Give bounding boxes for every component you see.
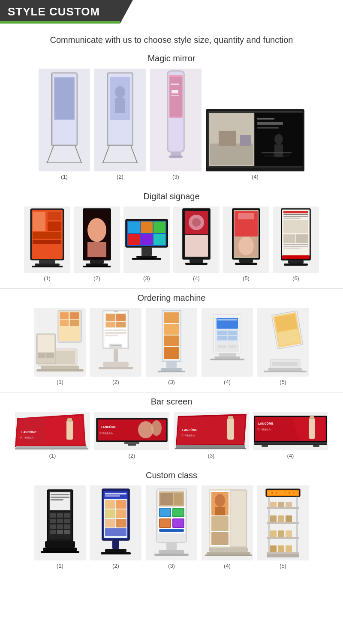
digital-signage-grid: (1) (2) [6,207,337,282]
svg-rect-51 [32,266,63,267]
svg-rect-211 [262,445,268,447]
svg-rect-22 [171,84,179,85]
product-image-mm1 [39,69,90,171]
svg-rect-35 [257,122,283,125]
section-digital-signage: Digital signage [0,187,343,289]
svg-rect-281 [211,532,229,545]
svg-rect-133 [114,349,118,362]
svg-rect-190 [124,442,139,444]
svg-rect-134 [103,362,129,367]
section-ordering-machine: Ordering machine [0,289,343,392]
product-image-cc2 [90,485,141,560]
product-image-cc5 [257,485,309,560]
svg-rect-23 [172,90,178,93]
product-image-ds1 [24,207,70,273]
svg-rect-69 [141,247,152,256]
svg-rect-135 [99,367,133,369]
svg-rect-231 [57,530,63,534]
svg-rect-284 [205,554,252,556]
svg-rect-93 [283,211,308,213]
svg-rect-258 [160,493,173,505]
svg-rect-129 [116,322,126,327]
product-image-om3 [146,308,197,377]
svg-rect-218 [51,497,69,498]
svg-point-55 [87,218,106,242]
svg-rect-38 [274,144,283,157]
ordering-machine-grid: (1) [6,308,337,385]
svg-text:LANCÔME: LANCÔME [21,430,37,434]
svg-rect-111 [60,320,69,326]
svg-rect-131 [105,332,126,334]
list-item: (3) [123,207,170,282]
product-label-cc3: (3) [168,563,175,569]
svg-rect-47 [33,232,61,239]
svg-rect-172 [264,371,307,372]
svg-rect-309 [286,530,292,537]
svg-rect-270 [159,550,184,554]
header-green-bar [0,21,120,24]
svg-rect-246 [116,509,126,518]
svg-rect-296 [296,497,298,557]
svg-point-293 [289,492,290,494]
svg-rect-219 [51,499,63,500]
product-label-mm4: (4) [252,174,259,180]
svg-point-278 [215,494,225,507]
product-image-bar4: LANCÔME 双11特惠会员 [253,412,328,450]
product-label-bar2: (2) [129,452,135,459]
svg-rect-299 [267,537,299,539]
svg-rect-112 [70,320,79,326]
product-label-ds5: (5) [243,275,250,282]
magic-mirror-grid: (1) (2) [6,69,337,180]
svg-rect-66 [128,234,140,245]
svg-rect-282 [209,548,248,552]
svg-rect-26 [169,156,183,158]
svg-rect-274 [230,491,246,546]
section-title-magic-mirror: Magic mirror [6,54,337,63]
list-item: (1) [24,207,70,282]
svg-text:双11特惠会员: 双11特惠会员 [20,436,33,439]
svg-rect-89 [235,263,257,265]
svg-rect-263 [173,509,184,516]
product-image-mm2 [94,69,146,171]
svg-rect-70 [136,256,157,258]
svg-rect-180 [67,418,72,422]
svg-text:双11特惠会员: 双11特惠会员 [257,428,271,431]
product-label-om5: (5) [280,379,286,385]
product-label-ds2: (2) [93,275,100,282]
svg-rect-63 [128,222,140,233]
section-title-ordering-machine: Ordering machine [6,293,337,303]
list-item: (1) [39,69,90,180]
svg-rect-39 [262,152,292,153]
list-item: (5) [257,308,309,385]
svg-rect-181 [16,446,87,448]
svg-rect-301 [270,502,277,507]
svg-rect-67 [141,234,153,245]
svg-rect-156 [217,336,227,340]
svg-rect-268 [159,529,184,532]
svg-rect-57 [90,260,104,264]
svg-rect-243 [105,500,115,509]
product-image-ds6 [273,207,319,273]
svg-rect-64 [141,222,153,233]
svg-rect-223 [64,513,70,518]
svg-rect-79 [190,259,203,263]
svg-rect-250 [112,540,119,549]
svg-rect-171 [268,368,302,371]
svg-rect-304 [270,515,277,522]
svg-rect-245 [105,509,115,518]
svg-rect-4 [55,78,74,119]
svg-rect-80 [185,263,208,265]
svg-rect-117 [38,353,45,358]
product-label-om3: (3) [168,379,175,385]
svg-rect-130 [105,329,126,331]
product-label-cc1: (1) [57,563,63,569]
svg-rect-118 [46,353,54,358]
svg-rect-229 [64,524,70,529]
svg-point-291 [280,492,282,494]
list-item: (4) [206,109,304,180]
svg-rect-170 [272,362,298,366]
product-image-om5 [257,308,309,377]
svg-text:LANCÔME: LANCÔME [258,422,274,425]
svg-rect-249 [105,528,126,536]
svg-rect-261 [160,509,170,516]
